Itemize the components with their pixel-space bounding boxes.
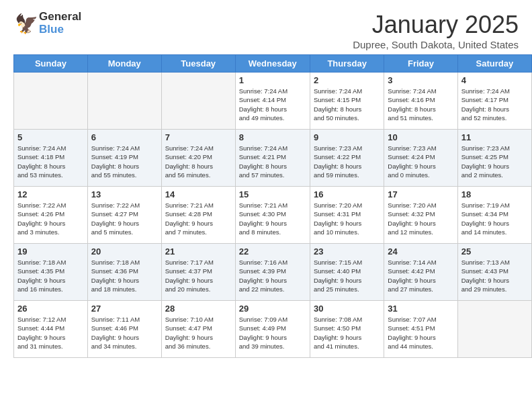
day-cell: 17Sunrise: 7:20 AM Sunset: 4:32 PM Dayli…: [384, 187, 457, 244]
day-cell: 30Sunrise: 7:08 AM Sunset: 4:50 PM Dayli…: [310, 301, 384, 358]
day-info: Sunrise: 7:17 AM Sunset: 4:37 PM Dayligh…: [165, 258, 232, 293]
day-cell: 26Sunrise: 7:12 AM Sunset: 4:44 PM Dayli…: [14, 301, 88, 358]
day-number: 15: [239, 189, 306, 199]
day-number: 29: [239, 304, 306, 314]
day-info: Sunrise: 7:22 AM Sunset: 4:27 PM Dayligh…: [91, 201, 158, 236]
day-number: 9: [314, 132, 380, 142]
day-info: Sunrise: 7:18 AM Sunset: 4:36 PM Dayligh…: [91, 258, 158, 293]
day-number: 7: [165, 132, 232, 142]
day-cell: 3Sunrise: 7:24 AM Sunset: 4:16 PM Daylig…: [384, 73, 457, 130]
day-number: 13: [91, 189, 158, 199]
day-info: Sunrise: 7:24 AM Sunset: 4:14 PM Dayligh…: [239, 87, 306, 122]
day-cell: 10Sunrise: 7:23 AM Sunset: 4:24 PM Dayli…: [384, 130, 457, 187]
day-info: Sunrise: 7:20 AM Sunset: 4:31 PM Dayligh…: [314, 201, 380, 236]
day-cell: 20Sunrise: 7:18 AM Sunset: 4:36 PM Dayli…: [87, 244, 161, 301]
day-number: 12: [17, 189, 84, 199]
weekday-header-wednesday: Wednesday: [235, 55, 310, 73]
day-number: 1: [239, 75, 306, 85]
day-cell: 8Sunrise: 7:24 AM Sunset: 4:21 PM Daylig…: [235, 130, 310, 187]
logo-blue: Blue: [39, 24, 81, 36]
day-cell: 5Sunrise: 7:24 AM Sunset: 4:18 PM Daylig…: [14, 130, 88, 187]
day-info: Sunrise: 7:23 AM Sunset: 4:22 PM Dayligh…: [314, 144, 380, 179]
svg-text:🦅: 🦅: [15, 13, 38, 35]
day-cell: 25Sunrise: 7:13 AM Sunset: 4:43 PM Dayli…: [457, 244, 531, 301]
day-info: Sunrise: 7:11 AM Sunset: 4:46 PM Dayligh…: [91, 315, 158, 351]
day-cell: 23Sunrise: 7:15 AM Sunset: 4:40 PM Dayli…: [310, 244, 384, 301]
day-info: Sunrise: 7:14 AM Sunset: 4:42 PM Dayligh…: [388, 258, 453, 293]
day-cell: 22Sunrise: 7:16 AM Sunset: 4:39 PM Dayli…: [235, 244, 310, 301]
day-info: Sunrise: 7:23 AM Sunset: 4:25 PM Dayligh…: [461, 144, 528, 179]
day-number: 14: [165, 189, 232, 199]
day-cell: 16Sunrise: 7:20 AM Sunset: 4:31 PM Dayli…: [310, 187, 384, 244]
day-info: Sunrise: 7:22 AM Sunset: 4:26 PM Dayligh…: [17, 201, 84, 236]
day-cell: 15Sunrise: 7:21 AM Sunset: 4:30 PM Dayli…: [235, 187, 310, 244]
day-info: Sunrise: 7:12 AM Sunset: 4:44 PM Dayligh…: [17, 315, 84, 351]
day-number: 11: [461, 132, 528, 142]
day-cell: 1Sunrise: 7:24 AM Sunset: 4:14 PM Daylig…: [235, 73, 310, 130]
day-info: Sunrise: 7:24 AM Sunset: 4:19 PM Dayligh…: [91, 144, 158, 179]
day-cell: [457, 301, 531, 358]
weekday-header-saturday: Saturday: [457, 55, 531, 73]
day-number: 10: [388, 132, 453, 142]
day-info: Sunrise: 7:13 AM Sunset: 4:43 PM Dayligh…: [461, 258, 528, 293]
day-info: Sunrise: 7:24 AM Sunset: 4:21 PM Dayligh…: [239, 144, 306, 179]
day-number: 24: [388, 246, 453, 257]
day-info: Sunrise: 7:18 AM Sunset: 4:35 PM Dayligh…: [17, 258, 84, 293]
logo-icon: 🦅: [13, 11, 38, 36]
day-info: Sunrise: 7:23 AM Sunset: 4:24 PM Dayligh…: [388, 144, 453, 179]
day-cell: [161, 73, 235, 130]
day-info: Sunrise: 7:09 AM Sunset: 4:49 PM Dayligh…: [239, 315, 306, 351]
day-number: 5: [17, 132, 84, 142]
weekday-header-monday: Monday: [87, 55, 161, 73]
day-cell: 24Sunrise: 7:14 AM Sunset: 4:42 PM Dayli…: [384, 244, 457, 301]
day-info: Sunrise: 7:16 AM Sunset: 4:39 PM Dayligh…: [239, 258, 306, 293]
day-info: Sunrise: 7:24 AM Sunset: 4:18 PM Dayligh…: [17, 144, 84, 179]
day-cell: 18Sunrise: 7:19 AM Sunset: 4:34 PM Dayli…: [457, 187, 531, 244]
day-number: 2: [314, 75, 380, 85]
day-cell: [14, 73, 88, 130]
day-info: Sunrise: 7:24 AM Sunset: 4:20 PM Dayligh…: [165, 144, 232, 179]
day-number: 4: [461, 75, 528, 85]
weekday-header-sunday: Sunday: [14, 55, 88, 73]
day-cell: 14Sunrise: 7:21 AM Sunset: 4:28 PM Dayli…: [161, 187, 235, 244]
day-cell: 31Sunrise: 7:07 AM Sunset: 4:51 PM Dayli…: [384, 301, 457, 358]
logo: 🦅 General Blue: [13, 11, 81, 36]
day-cell: 28Sunrise: 7:10 AM Sunset: 4:47 PM Dayli…: [161, 301, 235, 358]
day-number: 30: [314, 304, 380, 314]
weekday-header-friday: Friday: [384, 55, 457, 73]
day-number: 28: [165, 304, 232, 314]
day-number: 20: [91, 246, 158, 257]
day-cell: 6Sunrise: 7:24 AM Sunset: 4:19 PM Daylig…: [87, 130, 161, 187]
day-cell: 27Sunrise: 7:11 AM Sunset: 4:46 PM Dayli…: [87, 301, 161, 358]
day-info: Sunrise: 7:19 AM Sunset: 4:34 PM Dayligh…: [461, 201, 528, 236]
weekday-header-thursday: Thursday: [310, 55, 384, 73]
day-info: Sunrise: 7:08 AM Sunset: 4:50 PM Dayligh…: [314, 315, 380, 351]
day-number: 22: [239, 246, 306, 257]
day-info: Sunrise: 7:21 AM Sunset: 4:30 PM Dayligh…: [239, 201, 306, 236]
day-cell: 21Sunrise: 7:17 AM Sunset: 4:37 PM Dayli…: [161, 244, 235, 301]
day-cell: 19Sunrise: 7:18 AM Sunset: 4:35 PM Dayli…: [14, 244, 88, 301]
day-number: 6: [91, 132, 158, 142]
day-number: 26: [17, 304, 84, 314]
day-info: Sunrise: 7:15 AM Sunset: 4:40 PM Dayligh…: [314, 258, 380, 293]
day-info: Sunrise: 7:07 AM Sunset: 4:51 PM Dayligh…: [388, 315, 453, 351]
day-cell: 12Sunrise: 7:22 AM Sunset: 4:26 PM Dayli…: [14, 187, 88, 244]
month-title: January 2025: [353, 11, 519, 39]
day-number: 31: [388, 304, 453, 314]
day-info: Sunrise: 7:10 AM Sunset: 4:47 PM Dayligh…: [165, 315, 232, 351]
calendar: SundayMondayTuesdayWednesdayThursdayFrid…: [13, 54, 532, 358]
title-section: January 2025 Dupree, South Dakota, Unite…: [353, 11, 519, 50]
day-cell: 9Sunrise: 7:23 AM Sunset: 4:22 PM Daylig…: [310, 130, 384, 187]
day-cell: 11Sunrise: 7:23 AM Sunset: 4:25 PM Dayli…: [457, 130, 531, 187]
day-cell: 2Sunrise: 7:24 AM Sunset: 4:15 PM Daylig…: [310, 73, 384, 130]
day-info: Sunrise: 7:24 AM Sunset: 4:17 PM Dayligh…: [461, 87, 528, 122]
day-number: 25: [461, 246, 528, 257]
day-number: 17: [388, 189, 453, 199]
day-cell: 13Sunrise: 7:22 AM Sunset: 4:27 PM Dayli…: [87, 187, 161, 244]
logo-general: General: [39, 11, 81, 24]
day-number: 21: [165, 246, 232, 257]
day-cell: 7Sunrise: 7:24 AM Sunset: 4:20 PM Daylig…: [161, 130, 235, 187]
day-number: 16: [314, 189, 380, 199]
day-number: 18: [461, 189, 528, 199]
day-number: 27: [91, 304, 158, 314]
